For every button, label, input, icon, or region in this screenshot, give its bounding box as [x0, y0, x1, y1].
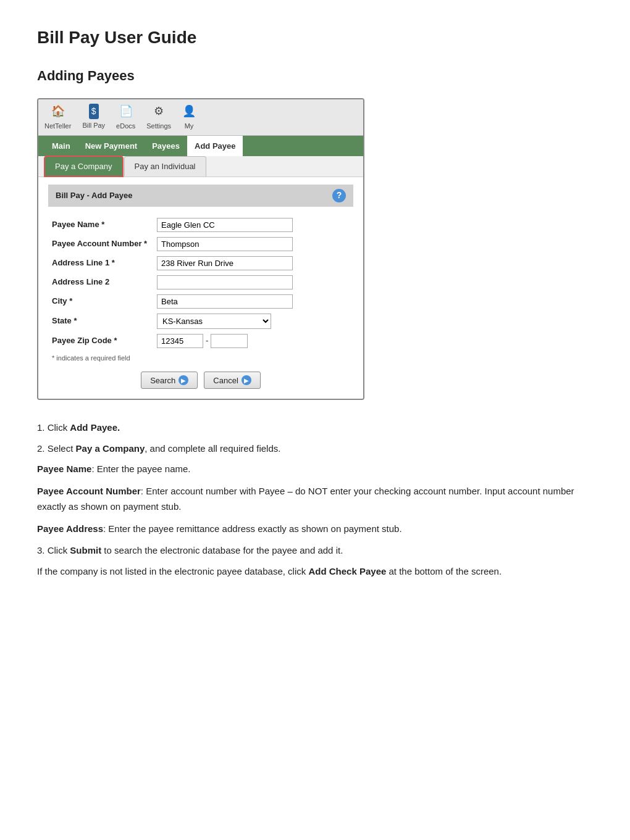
- billpay-icon: $: [89, 104, 99, 119]
- instructions: 1. Click Add Payee. 2. Select Pay a Comp…: [37, 420, 593, 579]
- zip2-input[interactable]: [211, 334, 248, 348]
- step2-bold: Pay a Company: [76, 443, 145, 454]
- sub-nav: Main New Payment Payees Add Payee: [38, 136, 363, 157]
- form-header: Bill Pay - Add Payee ?: [48, 185, 353, 207]
- nav-label-billpay: Bill Pay: [82, 120, 105, 131]
- nav-item-my[interactable]: 👤 My: [182, 103, 196, 131]
- table-row: State * KS-Kansas: [48, 311, 353, 331]
- cancel-button-icon: ▶: [242, 375, 251, 385]
- table-row: Payee Account Number *: [48, 235, 353, 254]
- subnav-payees[interactable]: Payees: [145, 136, 187, 157]
- section-title: Adding Payees: [37, 65, 593, 86]
- city-label: City *: [48, 292, 153, 311]
- nav-label-edocs: eDocs: [116, 121, 135, 131]
- nav-item-edocs[interactable]: 📄 eDocs: [116, 103, 135, 131]
- note: If the company is not listed in the elec…: [37, 563, 593, 580]
- home-icon: 🏠: [51, 103, 65, 120]
- zip-label: Payee Zip Code *: [48, 331, 153, 351]
- tab-row: Pay a Company Pay an Individual: [38, 156, 363, 177]
- table-row: Payee Name *: [48, 215, 353, 235]
- address1-input[interactable]: [157, 256, 293, 270]
- page-title: Bill Pay User Guide: [37, 25, 593, 51]
- nav-label-my: My: [185, 121, 194, 131]
- form-table: Payee Name * Payee Account Number * Addr…: [48, 215, 353, 351]
- help-icon[interactable]: ?: [332, 189, 346, 202]
- address1-label: Address Line 1 *: [48, 254, 153, 273]
- settings-icon: ⚙: [154, 103, 164, 120]
- zip-row: -: [157, 334, 350, 348]
- step-2: 2. Select Pay a Company, and complete al…: [37, 441, 593, 457]
- nav-item-settings[interactable]: ⚙ Settings: [146, 103, 171, 131]
- account-number-instruction: Payee Account Number: Enter account numb…: [37, 483, 593, 515]
- edocs-icon: 📄: [119, 103, 133, 120]
- address2-input[interactable]: [157, 275, 293, 289]
- payee-name-input[interactable]: [157, 218, 293, 232]
- subnav-main[interactable]: Main: [44, 136, 78, 157]
- subnav-new-payment[interactable]: New Payment: [78, 136, 145, 157]
- city-input[interactable]: [157, 294, 293, 309]
- user-icon: 👤: [182, 103, 196, 120]
- account-number-input[interactable]: [157, 237, 293, 251]
- state-select[interactable]: KS-Kansas: [157, 314, 271, 329]
- nav-item-netteller[interactable]: 🏠 NetTeller: [44, 103, 71, 131]
- nav-item-billpay[interactable]: $ Bill Pay: [82, 104, 105, 131]
- search-button-icon: ▶: [178, 375, 188, 385]
- form-header-label: Bill Pay - Add Payee: [56, 189, 133, 202]
- step-1: 1. Click Add Payee.: [37, 420, 593, 436]
- table-row: Address Line 1 *: [48, 254, 353, 273]
- subnav-add-payee[interactable]: Add Payee: [187, 136, 243, 157]
- nav-label-settings: Settings: [146, 121, 171, 131]
- zip-dash: -: [206, 335, 208, 347]
- search-button[interactable]: Search ▶: [141, 372, 198, 389]
- address-instruction: Payee Address: Enter the payee remittanc…: [37, 521, 593, 537]
- step-3: 3. Click Submit to search the electronic…: [37, 543, 593, 559]
- nav-label-netteller: NetTeller: [44, 121, 71, 131]
- account-number-label: Payee Account Number *: [48, 235, 153, 254]
- table-row: City *: [48, 292, 353, 311]
- payee-name-instruction: Payee Name: Enter the payee name.: [37, 461, 593, 477]
- zip-input[interactable]: [157, 334, 203, 348]
- form-area: Bill Pay - Add Payee ? Payee Name * Paye…: [38, 177, 363, 399]
- payee-name-label: Payee Name *: [48, 215, 153, 235]
- top-nav: 🏠 NetTeller $ Bill Pay 📄 eDocs ⚙ Setting…: [38, 99, 363, 136]
- address2-label: Address Line 2: [48, 273, 153, 292]
- browser-mockup: 🏠 NetTeller $ Bill Pay 📄 eDocs ⚙ Setting…: [37, 98, 364, 400]
- search-button-label: Search: [150, 376, 175, 385]
- step1-bold: Add Payee.: [70, 422, 120, 433]
- tab-pay-individual[interactable]: Pay an Individual: [124, 156, 206, 177]
- tab-pay-company[interactable]: Pay a Company: [44, 156, 123, 177]
- note-bold: Add Check Payee: [308, 566, 386, 576]
- button-row: Search ▶ Cancel ▶: [48, 372, 353, 389]
- state-label: State *: [48, 311, 153, 331]
- cancel-button-label: Cancel: [213, 376, 238, 385]
- table-row: Payee Zip Code * -: [48, 331, 353, 351]
- step3-bold: Submit: [70, 545, 101, 555]
- required-note: * indicates a required field: [48, 351, 353, 368]
- cancel-button[interactable]: Cancel ▶: [204, 372, 260, 389]
- table-row: Address Line 2: [48, 273, 353, 292]
